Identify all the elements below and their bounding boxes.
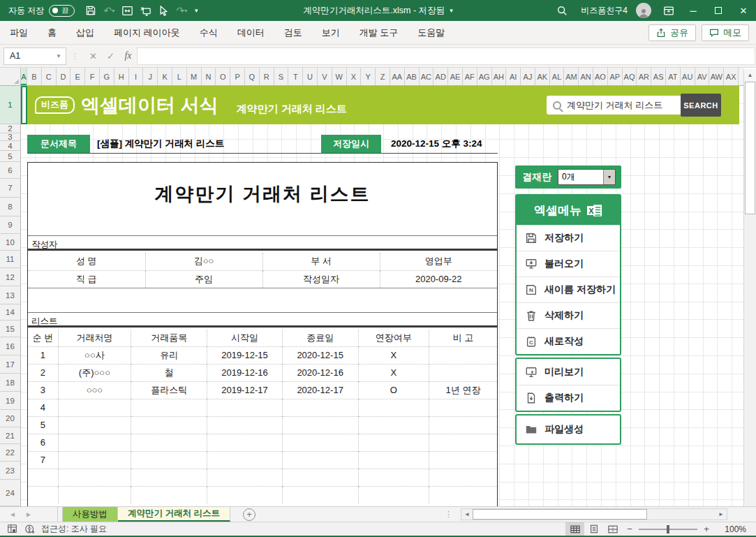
horizontal-scroll-thumb[interactable] <box>473 509 647 520</box>
enter-button[interactable]: ✓ <box>102 47 119 65</box>
ribbon-tab-2[interactable]: 홈 <box>38 21 66 44</box>
list-cell[interactable]: 플라스틱 <box>131 381 207 399</box>
column-header-AP[interactable]: AP <box>608 68 623 85</box>
list-cell[interactable]: 2019-12-17 <box>207 381 283 399</box>
new-sheet-button[interactable]: + <box>243 508 255 521</box>
ribbon-tab-3[interactable]: 삽입 <box>66 21 104 44</box>
banner-search-field[interactable]: 계약만기 거래처 리스트 <box>547 96 681 115</box>
sheet-nav-right-icon[interactable]: ► <box>25 510 32 518</box>
row-header-18[interactable]: 18 <box>0 374 20 392</box>
horizontal-scroll-track[interactable] <box>647 509 716 520</box>
column-header-AJ[interactable]: AJ <box>521 68 535 85</box>
row-header-3[interactable]: 3 <box>0 133 20 141</box>
list-cell[interactable] <box>131 469 207 486</box>
author-cell[interactable]: 직 급 <box>28 270 145 288</box>
column-header-Z[interactable]: Z <box>376 68 390 85</box>
column-header-AK[interactable]: AK <box>535 68 550 85</box>
column-header-S[interactable]: S <box>274 68 289 85</box>
cancel-button[interactable]: ✕ <box>84 47 102 65</box>
column-header-U[interactable]: U <box>303 68 318 85</box>
column-header-F[interactable]: F <box>85 68 100 85</box>
list-cell[interactable] <box>429 486 497 503</box>
menu-item-delete[interactable]: 삭제하기 <box>517 302 620 328</box>
column-header-AF[interactable]: AF <box>463 68 477 85</box>
row-header-13[interactable]: 13 <box>0 286 20 304</box>
list-cell[interactable]: 2019-12-16 <box>207 364 283 381</box>
share-button[interactable]: 공유 <box>648 24 696 41</box>
list-cell[interactable]: 6 <box>28 434 58 451</box>
row-header-15[interactable]: 15 <box>0 321 20 337</box>
list-cell[interactable] <box>282 434 358 451</box>
column-header-R[interactable]: R <box>260 68 274 85</box>
column-header-K[interactable]: K <box>158 68 172 85</box>
column-header-I[interactable]: I <box>129 68 144 85</box>
list-cell[interactable] <box>58 399 131 416</box>
row-header-17[interactable]: 17 <box>0 355 20 374</box>
list-cell[interactable] <box>131 434 207 451</box>
column-header-A[interactable]: A <box>21 68 27 85</box>
row-header-12[interactable]: 12 <box>0 268 20 286</box>
author-cell[interactable]: 영업부 <box>380 253 497 270</box>
zoom-level[interactable]: 100% <box>714 524 746 534</box>
list-cell[interactable]: (주)○○○ <box>58 364 131 381</box>
custom-macro-button-1[interactable] <box>118 1 136 20</box>
list-cell[interactable]: 1년 연장 <box>429 381 497 399</box>
column-header-AW[interactable]: AW <box>709 68 724 85</box>
author-cell[interactable]: 주임 <box>145 270 262 288</box>
row-header-16[interactable]: 16 <box>0 337 20 355</box>
horizontal-scrollbar[interactable]: ◄ ► <box>461 508 727 520</box>
list-cell[interactable] <box>207 486 283 503</box>
page-break-view-button[interactable] <box>603 522 622 536</box>
row-header-11[interactable]: 11 <box>0 251 20 268</box>
menu-item-save[interactable]: 저장하기 <box>517 225 620 251</box>
list-cell[interactable] <box>58 451 131 469</box>
close-button[interactable]: ✕ <box>731 0 756 21</box>
list-cell[interactable]: 2020-12-15 <box>282 346 358 364</box>
list-cell[interactable] <box>429 416 497 434</box>
list-cell[interactable]: 7 <box>28 451 58 469</box>
list-cell[interactable]: O <box>358 381 429 399</box>
formula-bar-handle[interactable]: ⋮ <box>71 52 80 61</box>
column-header-AC[interactable]: AC <box>420 68 434 85</box>
minimize-button[interactable]: ─ <box>681 0 706 21</box>
list-cell[interactable]: 5 <box>28 416 58 434</box>
custom-macro-button-2[interactable] <box>136 1 154 20</box>
macro-record-button[interactable] <box>7 524 17 534</box>
row-header-21[interactable]: 21 <box>0 427 20 444</box>
column-header-Q[interactable]: Q <box>245 68 260 85</box>
banner-search-button[interactable]: SEARCH <box>681 94 721 117</box>
ribbon-tab-6[interactable]: 데이터 <box>228 21 274 44</box>
column-header-B[interactable]: B <box>27 68 42 85</box>
list-cell[interactable] <box>429 451 497 469</box>
list-cell[interactable]: 유리 <box>131 346 207 364</box>
list-cell[interactable] <box>429 434 497 451</box>
ribbon-tab-5[interactable]: 수식 <box>190 21 228 44</box>
list-cell[interactable] <box>207 451 283 469</box>
menu-item-load[interactable]: 불러오기 <box>517 251 620 277</box>
list-cell[interactable] <box>28 486 58 503</box>
author-cell[interactable]: 김○○ <box>145 253 262 270</box>
vertical-scrollbar[interactable]: ▲ <box>743 69 756 506</box>
list-cell[interactable]: 철 <box>131 364 207 381</box>
list-cell[interactable] <box>429 364 497 381</box>
title-chevron-icon[interactable]: ▾ <box>450 7 453 14</box>
column-header-AU[interactable]: AU <box>681 68 695 85</box>
list-cell[interactable] <box>131 486 207 503</box>
maximize-button[interactable] <box>706 0 731 21</box>
zoom-out-button[interactable]: − <box>622 524 637 534</box>
menu-item-preview[interactable]: 미리보기 <box>517 359 620 385</box>
row-header-8[interactable]: 8 <box>0 198 20 216</box>
list-cell[interactable]: 1 <box>28 346 58 364</box>
column-header-P[interactable]: P <box>230 68 245 85</box>
search-button[interactable] <box>550 0 574 21</box>
sheet-nav-left-icon[interactable]: ◄ <box>9 510 16 518</box>
list-cell[interactable]: ○○사 <box>58 346 131 364</box>
select-all-corner[interactable]: ◢ <box>0 68 21 85</box>
column-header-O[interactable]: O <box>216 68 230 85</box>
column-header-AX[interactable]: AX <box>724 68 739 85</box>
scroll-left-arrow[interactable]: ◄ <box>461 509 473 520</box>
list-cell[interactable]: 2 <box>28 364 58 381</box>
author-cell[interactable]: 작성일자 <box>262 270 380 288</box>
list-cell[interactable]: 2019-12-15 <box>207 346 283 364</box>
comments-button[interactable]: 메모 <box>702 24 749 41</box>
